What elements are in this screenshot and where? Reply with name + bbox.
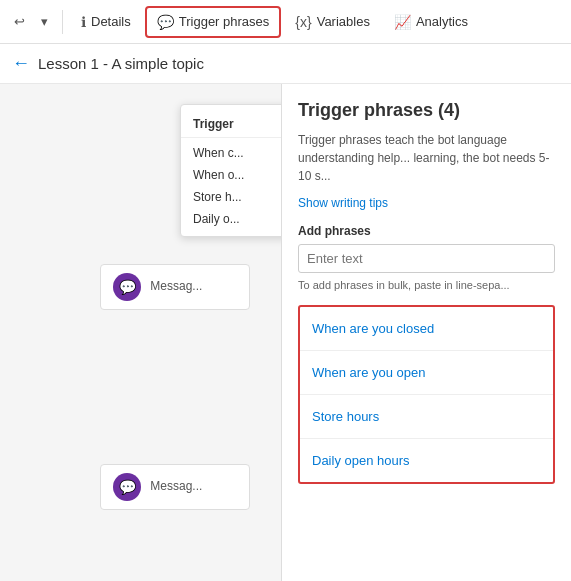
undo-icon: ↩ xyxy=(14,14,25,29)
analytics-label: Analytics xyxy=(416,14,468,29)
panel-title: Trigger phrases (4) xyxy=(298,100,555,121)
details-label: Details xyxy=(91,14,131,29)
details-button[interactable]: ℹ Details xyxy=(71,8,141,36)
variables-label: Variables xyxy=(317,14,370,29)
message-icon-2: 💬 xyxy=(113,473,141,501)
info-icon: ℹ xyxy=(81,14,86,30)
phrase-item-2[interactable]: Store hours xyxy=(300,395,553,439)
message-label-1: Messag... xyxy=(150,279,202,293)
right-panel: Trigger phrases (4) Trigger phrases teac… xyxy=(281,84,571,581)
add-phrases-label: Add phrases xyxy=(298,224,555,238)
message-label-2: Messag... xyxy=(150,479,202,493)
variables-button[interactable]: {x} Variables xyxy=(285,8,380,36)
variables-icon: {x} xyxy=(295,14,311,30)
main-area: Trigger When c... When o... Store h... D… xyxy=(0,84,571,581)
trigger-item-0[interactable]: When c... xyxy=(181,142,281,164)
canvas: Trigger When c... When o... Store h... D… xyxy=(0,84,281,581)
message-icon-1: 💬 xyxy=(113,273,141,301)
phrase-input[interactable] xyxy=(298,244,555,273)
trigger-item-2[interactable]: Store h... xyxy=(181,186,281,208)
message-node-2[interactable]: 💬 Messag... xyxy=(100,464,250,510)
back-button[interactable]: ← xyxy=(12,53,30,74)
trigger-dropdown-header: Trigger xyxy=(181,111,281,138)
analytics-icon: 📈 xyxy=(394,14,411,30)
panel-description: Trigger phrases teach the bot language u… xyxy=(298,131,555,185)
trigger-item-3[interactable]: Daily o... xyxy=(181,208,281,230)
bulk-hint: To add phrases in bulk, paste in line-se… xyxy=(298,279,555,291)
message-node-1[interactable]: 💬 Messag... xyxy=(100,264,250,310)
phrases-list: When are you closed When are you open St… xyxy=(298,305,555,484)
chevron-down-icon: ▾ xyxy=(41,14,48,29)
breadcrumb: ← Lesson 1 - A simple topic xyxy=(0,44,571,84)
trigger-phrases-label: Trigger phrases xyxy=(179,14,270,29)
trigger-item-1[interactable]: When o... xyxy=(181,164,281,186)
show-tips-link[interactable]: Show writing tips xyxy=(298,196,388,210)
trigger-dropdown: Trigger When c... When o... Store h... D… xyxy=(180,104,281,237)
page-title: Lesson 1 - A simple topic xyxy=(38,55,204,72)
trigger-icon: 💬 xyxy=(157,14,174,30)
undo-button[interactable]: ↩ xyxy=(8,8,31,35)
phrase-item-1[interactable]: When are you open xyxy=(300,351,553,395)
phrase-item-0[interactable]: When are you closed xyxy=(300,307,553,351)
analytics-button[interactable]: 📈 Analytics xyxy=(384,8,478,36)
phrase-item-3[interactable]: Daily open hours xyxy=(300,439,553,482)
toolbar-divider xyxy=(62,10,63,34)
trigger-phrases-button[interactable]: 💬 Trigger phrases xyxy=(145,6,282,38)
toolbar: ↩ ▾ ℹ Details 💬 Trigger phrases {x} Vari… xyxy=(0,0,571,44)
more-button[interactable]: ▾ xyxy=(35,8,54,35)
